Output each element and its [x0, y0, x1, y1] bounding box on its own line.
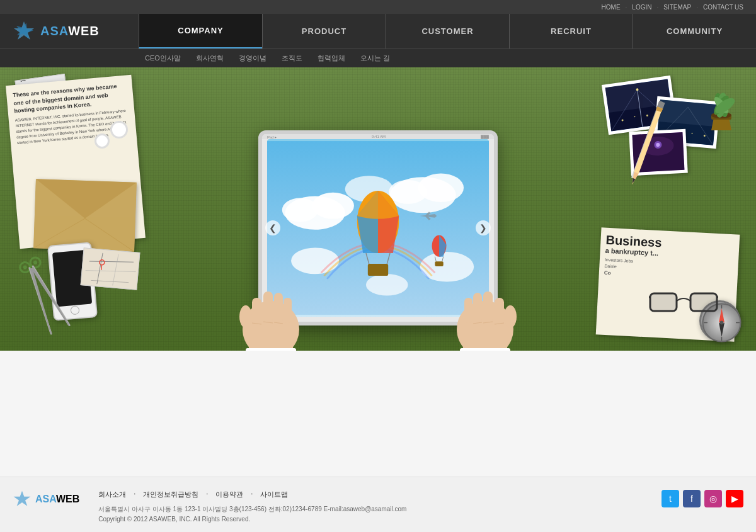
main-header: ASAWEB COMPANY PRODUCT CUSTOMER RECRUIT … [0, 14, 756, 48]
logo-star-icon [13, 20, 35, 43]
utility-bar: HOME · LOGIN · SITEMAP · CONTACT US [0, 0, 756, 14]
svg-rect-61 [435, 261, 443, 266]
svg-marker-98 [631, 178, 635, 184]
svg-line-8 [91, 279, 129, 283]
hand-right-icon [454, 266, 517, 351]
svg-rect-25 [274, 293, 283, 323]
main-navigation: COMPANY PRODUCT CUSTOMER RECRUIT COMMUNI… [139, 14, 756, 48]
content-section [0, 351, 756, 477]
svg-point-38 [504, 305, 517, 328]
twitter-link[interactable]: t [662, 490, 679, 507]
footer-link-about[interactable]: 회사소개 [98, 490, 126, 499]
tape-roll-2 [94, 133, 110, 149]
nav-item-customer[interactable]: CUSTOMER [386, 14, 509, 48]
instagram-link[interactable]: ◎ [704, 490, 722, 507]
svg-point-107 [720, 321, 724, 325]
hand-left [239, 266, 302, 351]
hero-section: These are the reasons why we became one … [0, 67, 756, 351]
svg-line-9 [97, 252, 103, 284]
footer-logo-icon [13, 490, 32, 509]
svg-rect-23 [252, 298, 261, 326]
subnav-organization[interactable]: 조직도 [275, 51, 309, 65]
envelope-icon [33, 179, 137, 252]
footer-social-links: t f ◎ ▶ [662, 490, 743, 507]
svg-point-46 [282, 198, 318, 222]
glasses [649, 288, 718, 316]
svg-rect-35 [483, 291, 493, 323]
svg-line-12 [101, 265, 102, 270]
plant-icon [696, 74, 747, 130]
sub-navigation: CEO인사말 회사연혁 경영이념 조직도 협력업체 오시는 길 [0, 48, 756, 67]
svg-line-7 [86, 268, 136, 275]
tablet-wrapper: Pad ▸ 9:41 AM ▓▓▓ [220, 118, 536, 351]
svg-rect-113 [691, 294, 716, 310]
envelope [33, 179, 137, 252]
svg-marker-114 [14, 491, 31, 506]
subnav-directions[interactable]: 오시는 길 [354, 51, 396, 65]
nav-item-company[interactable]: COMPANY [139, 14, 262, 48]
slider-prev-button[interactable]: ❮ [265, 220, 280, 235]
map-icon [81, 248, 140, 290]
svg-rect-57 [368, 264, 388, 276]
svg-rect-39 [460, 348, 510, 351]
svg-point-27 [239, 305, 252, 328]
footer-links: 회사소개 · 개인정보취급방침 · 이용약관 · 사이트맵 서울특별시 아사구 … [98, 490, 643, 524]
footer-link-sitemap[interactable]: 사이트맵 [260, 490, 288, 499]
svg-rect-26 [284, 298, 292, 323]
subnav-partners[interactable]: 협력업체 [311, 51, 352, 65]
subnav-management[interactable]: 경영이념 [232, 51, 273, 65]
footer-logo: ASAWEB [13, 490, 79, 509]
sitemap-link[interactable]: SITEMAP [663, 4, 691, 11]
svg-point-11 [100, 259, 105, 265]
footer-nav-links: 회사소개 · 개인정보취급방침 · 이용약관 · 사이트맵 [98, 490, 643, 499]
glasses-icon [649, 288, 718, 314]
svg-rect-112 [651, 294, 676, 310]
svg-rect-28 [246, 348, 296, 351]
home-link[interactable]: HOME [602, 4, 621, 11]
plant [696, 74, 747, 124]
subnav-history[interactable]: 회사연혁 [190, 51, 230, 65]
subnav-ceo[interactable]: CEO인사말 [139, 51, 187, 65]
footer-link-terms[interactable]: 이용약관 [215, 490, 243, 499]
svg-rect-36 [473, 293, 482, 323]
youtube-link[interactable]: ▶ [726, 490, 743, 507]
nav-item-community[interactable]: COMMUNITY [633, 14, 756, 48]
contact-link[interactable]: CONTACT US [703, 4, 743, 11]
slider-next-button[interactable]: ❯ [476, 220, 491, 235]
svg-rect-34 [495, 298, 504, 326]
svg-line-10 [113, 254, 118, 286]
footer-logo-text: ASAWEB [35, 494, 79, 505]
svg-point-16 [33, 260, 38, 265]
footer-link-privacy[interactable]: 개인정보취급방침 [143, 490, 198, 499]
svg-point-14 [23, 265, 28, 270]
login-link[interactable]: LOGIN [632, 4, 651, 11]
svg-rect-24 [263, 291, 273, 323]
logo-text: ASAWEB [40, 24, 100, 38]
map-piece [81, 247, 140, 290]
svg-point-53 [366, 274, 408, 295]
nav-item-product[interactable]: PRODUCT [262, 14, 386, 48]
facebook-link[interactable]: f [683, 490, 701, 507]
svg-rect-37 [464, 298, 472, 323]
footer-address: 서울특별시 아사구 이사동 1동 123-1 이사빌딩 3층(123-456) … [98, 504, 643, 524]
logo-area[interactable]: ASAWEB [0, 20, 139, 43]
svg-point-49 [389, 180, 427, 204]
phone-home-button [70, 305, 79, 315]
hand-left-icon [239, 266, 302, 351]
tape-roll-1 [110, 121, 128, 139]
hand-right [454, 266, 517, 351]
svg-point-45 [312, 193, 354, 219]
footer: ASAWEB 회사소개 · 개인정보취급방침 · 이용약관 · 사이트맵 서울특… [0, 477, 756, 532]
nav-item-recruit[interactable]: RECRUIT [509, 14, 633, 48]
svg-line-6 [89, 258, 134, 265]
